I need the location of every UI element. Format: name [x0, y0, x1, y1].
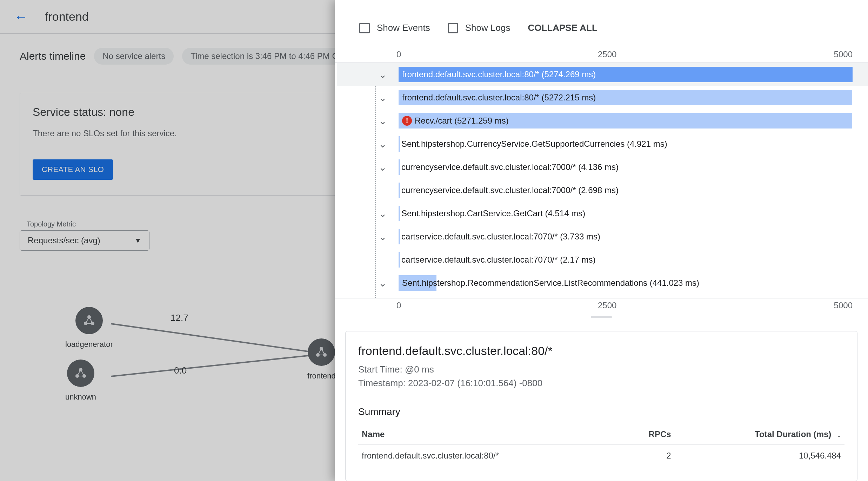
- span-bar[interactable]: frontend.default.svc.cluster.local:80/* …: [399, 90, 852, 105]
- topology-metric-value: Requests/sec (avg): [28, 236, 100, 245]
- node-label: unknown: [65, 393, 96, 402]
- edge-loadgenerator-frontend: [111, 323, 327, 355]
- trace-span-row[interactable]: ⌄!Recv./cart (5271.259 ms): [337, 109, 868, 132]
- span-bar[interactable]: [399, 136, 400, 152]
- span-bar[interactable]: [399, 252, 400, 268]
- show-events-label: Show Events: [377, 22, 430, 33]
- collapse-all-button[interactable]: COLLAPSE ALL: [528, 22, 597, 33]
- span-label: currencyservice.default.svc.cluster.loca…: [401, 179, 619, 202]
- back-arrow-icon[interactable]: ←: [14, 10, 28, 24]
- col-rpcs[interactable]: RPCs: [621, 424, 675, 444]
- span-detail-title: frontend.default.svc.cluster.local:80/*: [358, 344, 844, 358]
- create-slo-button[interactable]: CREATE AN SLO: [33, 159, 113, 180]
- span-bar[interactable]: [399, 183, 400, 198]
- timeline-axis-top: 0 2500 5000: [335, 47, 868, 63]
- axis-tick: 5000: [834, 301, 853, 310]
- axis-tick: 0: [396, 50, 401, 59]
- span-label: cartservice.default.svc.cluster.local:70…: [401, 248, 596, 271]
- trace-span-row[interactable]: ⌄frontend.default.svc.cluster.local:80/*…: [337, 63, 868, 86]
- span-label: Sent.hipstershop.RecommendationService.L…: [402, 278, 699, 288]
- table-row[interactable]: frontend.default.svc.cluster.local:80/*2…: [358, 444, 844, 467]
- edge-label-loadgenerator: 12.7: [171, 312, 188, 323]
- chevron-down-icon[interactable]: ⌄: [375, 115, 389, 127]
- trace-span-row[interactable]: ⌄cartservice.default.svc.cluster.local:7…: [337, 248, 868, 271]
- chevron-down-icon[interactable]: ⌄: [375, 92, 389, 104]
- edge-unknown-frontend: [111, 353, 327, 377]
- node-frontend[interactable]: frontend: [307, 338, 336, 381]
- trace-span-row[interactable]: ⌄Sent.hipstershop.CurrencyService.GetSup…: [337, 132, 868, 156]
- chevron-down-icon[interactable]: ⌄: [375, 231, 389, 243]
- waterfall-container[interactable]: ⌄frontend.default.svc.cluster.local:80/*…: [335, 63, 868, 298]
- trace-span-row[interactable]: ⌄frontend.default.svc.cluster.local:80/*…: [337, 86, 868, 109]
- span-label: Recv./cart (5271.259 ms): [415, 116, 509, 126]
- node-loadgenerator[interactable]: loadgenerator: [65, 307, 113, 349]
- trace-span-row[interactable]: ⌄Sent.hipstershop.CartService.GetCart (4…: [337, 202, 868, 225]
- span-label: frontend.default.svc.cluster.local:80/* …: [402, 70, 596, 79]
- node-unknown[interactable]: unknown: [65, 360, 96, 402]
- show-logs-label: Show Logs: [465, 22, 510, 33]
- axis-tick: 0: [396, 301, 401, 310]
- span-detail-card: frontend.default.svc.cluster.local:80/* …: [345, 331, 857, 481]
- service-icon: [308, 338, 335, 366]
- trace-toolbar: Show Events Show Logs COLLAPSE ALL: [335, 0, 868, 47]
- span-bar[interactable]: [399, 229, 400, 244]
- span-label: Sent.hipstershop.CartService.GetCart (4.…: [401, 202, 585, 225]
- trace-span-row[interactable]: ⌄currencyservice.default.svc.cluster.loc…: [337, 156, 868, 179]
- alerts-timeline-label: Alerts timeline: [20, 50, 86, 62]
- chevron-down-icon[interactable]: ⌄: [375, 138, 389, 150]
- service-icon: [67, 360, 94, 387]
- span-bar[interactable]: [399, 206, 400, 221]
- trace-span-row[interactable]: ⌄cartservice.default.svc.cluster.local:7…: [337, 225, 868, 248]
- span-label: frontend.default.svc.cluster.local:80/* …: [402, 93, 596, 103]
- cell-name: frontend.default.svc.cluster.local:80/*: [358, 444, 621, 467]
- trace-span-row[interactable]: ⌄recommendationservice.default.svc.clust…: [337, 295, 868, 298]
- span-label: cartservice.default.svc.cluster.local:70…: [401, 225, 600, 248]
- node-label: frontend: [307, 371, 336, 381]
- axis-tick: 2500: [598, 301, 616, 310]
- span-bar[interactable]: !Recv./cart (5271.259 ms): [399, 113, 852, 129]
- cell-rpcs: 2: [621, 444, 675, 467]
- span-label: currencyservice.default.svc.cluster.loca…: [401, 156, 619, 179]
- span-start-time: Start Time: @0 ms: [358, 363, 844, 376]
- time-selection-chip[interactable]: Time selection is 3:46 PM to 4:46 PM G…: [182, 48, 355, 65]
- span-bar[interactable]: Sent.hipstershop.RecommendationService.L…: [399, 275, 436, 291]
- panel-resize-handle[interactable]: [335, 314, 868, 321]
- chevron-down-icon: ▼: [134, 237, 141, 245]
- summary-table: Name RPCs Total Duration (ms) ↓ frontend…: [358, 424, 844, 467]
- axis-tick: 2500: [598, 50, 616, 59]
- show-logs-toggle[interactable]: Show Logs: [448, 22, 510, 33]
- checkbox-icon: [359, 23, 370, 33]
- col-duration-label: Total Duration (ms): [755, 429, 831, 439]
- service-icon: [75, 307, 103, 334]
- show-events-toggle[interactable]: Show Events: [359, 22, 430, 33]
- no-service-alerts-chip: No service alerts: [94, 48, 174, 65]
- trace-span-row[interactable]: ⌄currencyservice.default.svc.cluster.loc…: [337, 179, 868, 202]
- summary-heading: Summary: [358, 406, 844, 417]
- chevron-down-icon[interactable]: ⌄: [375, 277, 389, 289]
- timeline-axis-bottom: 0 2500 5000: [335, 298, 868, 314]
- chevron-down-icon[interactable]: ⌄: [375, 69, 389, 80]
- topology-metric-select[interactable]: Requests/sec (avg) ▼: [20, 230, 149, 251]
- span-bar[interactable]: frontend.default.svc.cluster.local:80/* …: [399, 67, 853, 82]
- col-duration[interactable]: Total Duration (ms) ↓: [675, 424, 844, 444]
- page-title: frontend: [45, 10, 89, 24]
- col-name[interactable]: Name: [358, 424, 621, 444]
- span-timestamp: Timestamp: 2023-02-07 (16:10:01.564) -08…: [358, 376, 844, 390]
- checkbox-icon: [448, 23, 458, 33]
- chevron-down-icon[interactable]: ⌄: [375, 162, 389, 173]
- span-label: Sent.hipstershop.CurrencyService.GetSupp…: [401, 132, 667, 156]
- table-header-row: Name RPCs Total Duration (ms) ↓: [358, 424, 844, 444]
- error-icon: !: [402, 116, 412, 126]
- chevron-down-icon[interactable]: ⌄: [375, 208, 389, 219]
- cell-duration: 10,546.484: [675, 444, 844, 467]
- edge-label-unknown: 0.0: [174, 365, 187, 376]
- trace-span-row[interactable]: ⌄Sent.hipstershop.RecommendationService.…: [337, 271, 868, 295]
- sort-desc-icon: ↓: [837, 430, 841, 439]
- trace-panel: Show Events Show Logs COLLAPSE ALL 0 250…: [335, 0, 868, 481]
- span-bar[interactable]: [399, 159, 400, 175]
- axis-tick: 5000: [834, 50, 853, 59]
- node-label: loadgenerator: [65, 340, 113, 349]
